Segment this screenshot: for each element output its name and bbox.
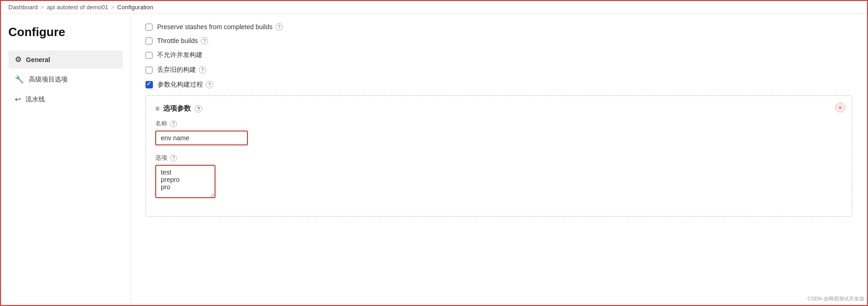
discard-old-help-icon[interactable]: ? (199, 66, 206, 74)
menu-lines-icon: ≡ (155, 105, 159, 113)
name-label: 名称 ? (155, 119, 843, 128)
checkbox-row-preserve-stashes: Preserve stashes from completed builds ? (146, 23, 852, 31)
checkbox-no-concurrent[interactable] (146, 52, 152, 59)
preserve-stashes-help-icon[interactable]: ? (275, 23, 283, 31)
sidebar-item-advanced-label: 高级项目选项 (29, 75, 68, 84)
checkbox-discard-old-label: 丢弃旧的构建 (157, 66, 196, 74)
options-textarea[interactable]: test prepro pro (155, 165, 215, 198)
param-header-label: 选项参数 (163, 104, 191, 113)
pipeline-icon: ↩ (15, 95, 21, 104)
param-header-help-icon[interactable]: ? (195, 105, 202, 112)
name-help-icon[interactable]: ? (170, 120, 177, 127)
param-container: × ≡ 选项参数 ? 名称 ? 选项 (146, 95, 852, 217)
checkbox-param-build-label: 参数化构建过程 (158, 81, 203, 89)
checkbox-row-no-concurrent: 不允许并发构建 (146, 51, 852, 59)
options-field-section: 选项 ? test prepro pro (155, 154, 843, 200)
sidebar-item-pipeline-label: 流水线 (25, 95, 45, 104)
options-label: 选项 ? (155, 154, 843, 162)
sidebar: Configure ⚙ General 🔧 高级项目选项 ↩ 流水线 (1, 14, 131, 305)
sidebar-item-general[interactable]: ⚙ General (8, 50, 123, 69)
checkbox-discard-old[interactable] (146, 67, 152, 74)
breadcrumb-item-current: Configuration (117, 4, 153, 11)
name-field-section: 名称 ? (155, 119, 843, 145)
wrench-icon: 🔧 (15, 75, 24, 84)
checkbox-throttle-builds[interactable] (146, 37, 152, 44)
sidebar-item-advanced[interactable]: 🔧 高级项目选项 (8, 70, 123, 88)
param-close-button[interactable]: × (835, 102, 845, 112)
param-header: ≡ 选项参数 ? (155, 104, 843, 113)
gear-icon: ⚙ (15, 55, 21, 64)
checkbox-preserve-stashes[interactable] (146, 24, 152, 31)
breadcrumb-sep-1: > (41, 4, 44, 11)
checkbox-row-discard-old: 丢弃旧的构建 ? (146, 66, 852, 74)
checkbox-throttle-builds-label: Throttle builds (157, 37, 198, 44)
watermark: CSDN @网易测试开发袋 (808, 295, 864, 302)
sidebar-title: Configure (8, 25, 123, 39)
page-wrapper: Dashboard > api autotest of demo01 > Con… (0, 0, 868, 306)
checkbox-no-concurrent-label: 不允许并发构建 (157, 51, 203, 59)
checkbox-preserve-stashes-label: Preserve stashes from completed builds (157, 23, 272, 31)
sidebar-item-pipeline[interactable]: ↩ 流水线 (8, 90, 123, 108)
breadcrumb: Dashboard > api autotest of demo01 > Con… (1, 1, 867, 14)
content-area: Preserve stashes from completed builds ?… (131, 14, 867, 305)
checkbox-row-param-build: 参数化构建过程 ? (146, 81, 852, 89)
breadcrumb-sep-2: > (111, 4, 114, 11)
breadcrumb-item-dashboard[interactable]: Dashboard (8, 4, 38, 11)
throttle-builds-help-icon[interactable]: ? (201, 37, 208, 44)
param-build-help-icon[interactable]: ? (206, 81, 213, 88)
main-layout: Configure ⚙ General 🔧 高级项目选项 ↩ 流水线 Prese… (1, 14, 867, 305)
sidebar-item-general-label: General (26, 56, 50, 63)
checkbox-param-build[interactable] (146, 81, 153, 88)
breadcrumb-item-project[interactable]: api autotest of demo01 (47, 4, 108, 11)
checkbox-row-throttle-builds: Throttle builds ? (146, 37, 852, 44)
name-input[interactable] (155, 131, 248, 145)
options-help-icon[interactable]: ? (170, 155, 177, 162)
